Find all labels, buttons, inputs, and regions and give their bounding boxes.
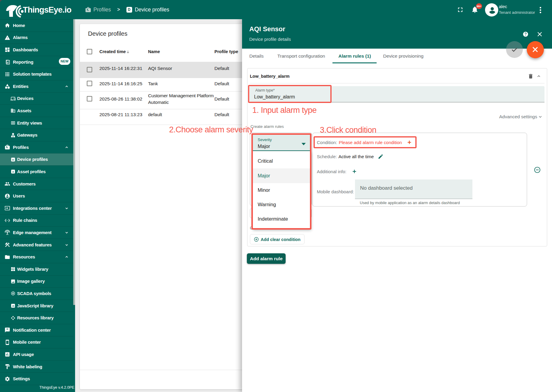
svg-text:A: A [12, 170, 14, 173]
svg-text:D: D [12, 158, 14, 161]
svg-text:JS: JS [12, 305, 14, 307]
